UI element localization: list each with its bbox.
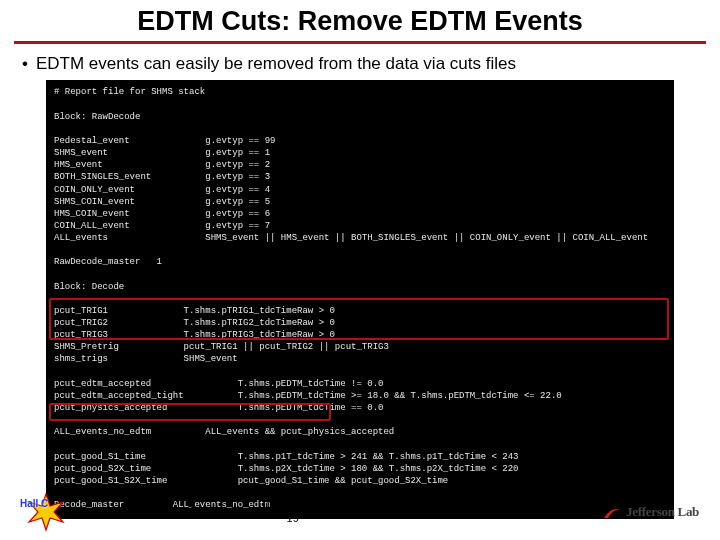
jlab-logo-text: Jefferson Lab bbox=[626, 504, 699, 520]
hallc-logo-text: Hall C bbox=[20, 498, 48, 509]
slide: EDTM Cuts: Remove EDTM Events • EDTM eve… bbox=[0, 0, 720, 540]
footer-center: Eric Pooser 01/22/2018 19 Hall C Collabo… bbox=[74, 499, 602, 525]
title-rule bbox=[14, 41, 706, 44]
jlab-logo: Jefferson Lab bbox=[602, 501, 706, 523]
footer-author: Eric Pooser bbox=[167, 505, 229, 519]
hallc-logo: Hall C bbox=[18, 492, 74, 532]
footer-page: 19 bbox=[287, 512, 299, 524]
footer-date: 01/22/2018 bbox=[263, 498, 323, 512]
bullet-dot: • bbox=[22, 54, 28, 74]
swoosh-icon bbox=[602, 502, 622, 522]
slide-title: EDTM Cuts: Remove EDTM Events bbox=[0, 0, 720, 41]
footer-meeting: Hall C Collaboration Meeting bbox=[357, 505, 510, 519]
footer: Hall C Eric Pooser 01/22/2018 19 Hall C … bbox=[0, 492, 720, 532]
code-block: # Report file for SHMS stack Block: RawD… bbox=[46, 80, 674, 519]
footer-date-block: 01/22/2018 19 bbox=[263, 499, 323, 525]
bullet-text: EDTM events can easily be removed from t… bbox=[36, 54, 516, 74]
code-block-wrap: # Report file for SHMS stack Block: RawD… bbox=[46, 80, 674, 519]
bullet-line: • EDTM events can easily be removed from… bbox=[0, 54, 720, 74]
